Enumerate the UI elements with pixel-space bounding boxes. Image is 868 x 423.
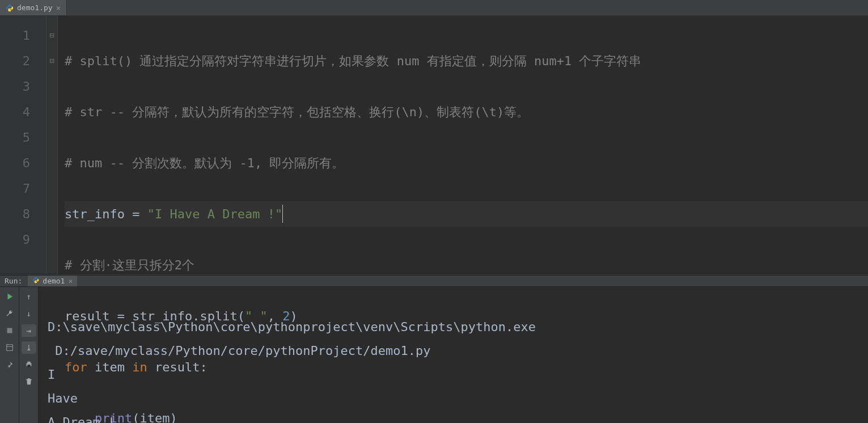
arrow-down-icon[interactable]: ↓ xyxy=(22,307,36,320)
svg-rect-5 xyxy=(27,362,30,363)
line-number: 4 xyxy=(0,99,46,125)
soft-wrap-icon[interactable]: ⇥ xyxy=(22,324,36,337)
line-number-gutter: 1 2 3 4 5 6 7 8 9 xyxy=(0,16,46,274)
line-number: 2 xyxy=(0,48,46,74)
run-left-toolbar xyxy=(0,287,19,423)
svg-rect-4 xyxy=(27,365,30,367)
console-line: D:/save/myclass/Python/core/pythonProjec… xyxy=(48,344,431,358)
run-body: ↑ ↓ ⇥ ⤓ D:\save\myclass\Python\core\pyth… xyxy=(0,287,868,423)
line-number: 7 xyxy=(0,176,46,201)
scroll-to-end-icon[interactable]: ⤓ xyxy=(22,341,36,354)
fold-toggle-icon[interactable]: ⊟ xyxy=(46,48,57,74)
code-area[interactable]: # split() 通过指定分隔符对字符串进行切片，如果参数 num 有指定值，… xyxy=(58,16,868,274)
pin-icon[interactable] xyxy=(3,358,16,371)
rerun-icon[interactable] xyxy=(3,290,16,303)
line-number: 6 xyxy=(0,150,46,176)
fold-gutter: ⊟ ⊟ xyxy=(46,16,58,274)
editor-tabbar: demo1.py × xyxy=(0,0,868,16)
fold-toggle-icon[interactable]: ⊟ xyxy=(46,23,57,48)
svg-rect-0 xyxy=(7,328,12,333)
line-number: 9 xyxy=(0,227,46,252)
caret xyxy=(282,205,283,223)
wrench-icon[interactable] xyxy=(3,307,16,320)
code-line: # str -- 分隔符，默认为所有的空字符，包括空格、换行(\n)、制表符(\… xyxy=(65,99,868,125)
code-line-current: str_info = "I Have A Dream !" xyxy=(65,201,868,227)
line-number: 3 xyxy=(0,74,46,99)
editor-tab-label: demo1.py xyxy=(17,3,53,12)
run-secondary-toolbar: ↑ ↓ ⇥ ⤓ xyxy=(19,287,39,423)
line-number: 8 xyxy=(0,201,46,227)
line-number: 1 xyxy=(0,23,46,48)
code-editor[interactable]: 1 2 3 4 5 6 7 8 9 ⊟ ⊟ # split() 通过指定分隔符对… xyxy=(0,16,868,274)
console-line: I xyxy=(48,367,55,382)
svg-rect-1 xyxy=(6,345,12,351)
console-line: A Dream ! xyxy=(48,415,115,423)
python-file-icon xyxy=(6,4,14,12)
trash-icon[interactable] xyxy=(22,375,36,388)
run-label: Run: xyxy=(5,277,22,285)
console-output[interactable]: D:\save\myclass\Python\core\pythonprojec… xyxy=(39,287,868,423)
print-icon[interactable] xyxy=(22,358,36,371)
run-config-name: demo1 xyxy=(43,277,65,285)
layout-icon[interactable] xyxy=(3,341,16,354)
code-line: # 分割·这里只拆分2个 xyxy=(65,252,868,278)
line-number: 5 xyxy=(0,125,46,150)
code-line: # split() 通过指定分隔符对字符串进行切片，如果参数 num 有指定值，… xyxy=(65,48,868,74)
code-line: # num -- 分割次数。默认为 -1, 即分隔所有。 xyxy=(65,150,868,176)
close-icon[interactable]: × xyxy=(56,4,61,12)
console-line: D:\save\myclass\Python\core\pythonprojec… xyxy=(48,320,536,334)
console-line: Have xyxy=(48,391,78,405)
run-tool-window: Run: demo1 × xyxy=(0,276,868,423)
python-file-icon xyxy=(32,277,39,285)
arrow-up-icon[interactable]: ↑ xyxy=(22,290,36,303)
editor-tab-demo1[interactable]: demo1.py × xyxy=(0,0,67,15)
stop-icon[interactable] xyxy=(3,324,16,337)
